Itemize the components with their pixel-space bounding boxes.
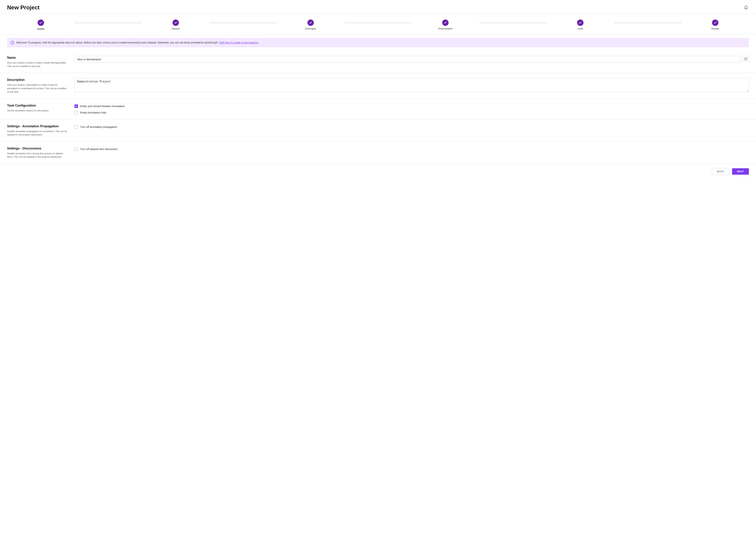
annotation-propagation-input-col: Turn off annotation propagation	[74, 124, 749, 129]
annotation-propagation-description: Disable annotation propagation for annot…	[7, 130, 67, 137]
step-connector-1	[74, 23, 142, 23]
info-icon: i	[11, 41, 14, 45]
page-title: New Project	[7, 4, 40, 11]
step-details-label: Details	[37, 27, 44, 30]
task-option-entity-relation[interactable]: Entity and Closed Relation Annotation	[74, 104, 125, 108]
back-button[interactable]: BACK	[712, 168, 729, 175]
step-invite-label: Invite	[578, 27, 583, 30]
task-option-entity-relation-label: Entity and Closed Relation Annotation	[80, 105, 125, 108]
step-preannotation-label: Preannotation	[438, 27, 453, 30]
random-name-icon[interactable]: ⚄	[743, 56, 749, 62]
discussions-label: Turn off dataset item discussion	[80, 148, 118, 151]
step-preannotation-circle[interactable]	[442, 20, 449, 26]
name-label-col: Name Give your project a name to make it…	[7, 56, 67, 68]
annotation-propagation-checkbox-group: Turn off annotation propagation	[74, 124, 117, 129]
description-input[interactable]	[74, 78, 749, 92]
task-config-title: Task Configuration	[7, 104, 67, 107]
discussions-checkbox-group: Turn off dataset item discussion	[74, 147, 118, 151]
step-review-circle[interactable]	[712, 20, 718, 26]
name-section: Name Give your project a name to make it…	[0, 51, 756, 73]
description-title: Description	[7, 78, 67, 82]
step-ontologies-label: Ontologies	[305, 27, 316, 30]
discussions-section: Settings - Discussions Disable annotator…	[0, 142, 756, 164]
discussions-title: Settings - Discussions	[7, 147, 67, 150]
step-connector-5	[614, 23, 681, 23]
next-button[interactable]: NEXT	[732, 168, 749, 175]
create-resource-link[interactable]: Click here to create a new resource.	[219, 41, 259, 44]
annotation-propagation-label-col: Settings - Annotation Propagation Disabl…	[7, 124, 67, 137]
annotation-propagation-checkbox[interactable]	[74, 125, 78, 129]
task-option-entity-only[interactable]: Entity Annotation Only	[74, 111, 125, 114]
step-invite[interactable]: Invite	[547, 20, 614, 30]
discussions-label-col: Settings - Discussions Disable annotator…	[7, 147, 67, 159]
task-config-checkbox-group: Entity and Closed Relation Annotation En…	[74, 104, 125, 114]
step-details-circle[interactable]	[38, 20, 44, 26]
task-option-entity-only-checkbox[interactable]	[74, 111, 78, 114]
annotation-propagation-title: Settings - Annotation Propagation	[7, 124, 67, 128]
step-review[interactable]: Review	[682, 20, 749, 30]
discussions-checkbox[interactable]	[74, 147, 78, 151]
step-dataset-label: Dataset	[172, 27, 180, 30]
discussions-input-col: Turn off dataset item discussion	[74, 147, 749, 151]
annotation-propagation-section: Settings - Annotation Propagation Disabl…	[0, 120, 756, 142]
name-title: Name	[7, 56, 67, 60]
step-review-label: Review	[711, 27, 719, 30]
task-config-label-col: Task Configuration Set the annotation ta…	[7, 104, 67, 112]
step-details[interactable]: Details	[7, 20, 74, 30]
description-label-col: Description Give your project a descript…	[7, 78, 67, 94]
description-input-col	[74, 78, 749, 92]
step-ontologies-circle[interactable]	[307, 20, 314, 26]
description-description: Give your project a description to make …	[7, 83, 67, 94]
task-config-section: Task Configuration Set the annotation ta…	[0, 99, 756, 120]
step-connector-4	[479, 23, 547, 23]
annotation-propagation-option[interactable]: Turn off annotation propagation	[74, 125, 117, 129]
notifications-icon[interactable]	[743, 5, 749, 10]
footer: BACK NEXT	[0, 164, 756, 179]
info-text: Welcome! To progress, click the appropri…	[16, 41, 259, 45]
discussions-option[interactable]: Turn off dataset item discussion	[74, 147, 118, 151]
info-banner: i Welcome! To progress, click the approp…	[7, 38, 749, 47]
step-ontologies[interactable]: Ontologies	[277, 20, 344, 30]
name-description: Give your project a name to make it easi…	[7, 61, 67, 68]
task-config-description: Set the annotation task(s) for this proj…	[7, 109, 67, 112]
step-connector-2	[209, 23, 277, 23]
task-option-entity-only-label: Entity Annotation Only	[80, 111, 106, 114]
step-preannotation[interactable]: Preannotation	[412, 20, 479, 30]
step-dataset-circle[interactable]	[173, 20, 179, 26]
step-invite-circle[interactable]	[577, 20, 583, 26]
step-connector-3	[344, 23, 412, 23]
task-config-input-col: Entity and Closed Relation Annotation En…	[74, 104, 749, 114]
description-section: Description Give your project a descript…	[0, 73, 756, 99]
task-option-entity-relation-checkbox[interactable]	[74, 104, 78, 108]
page-header: New Project	[0, 0, 756, 14]
annotation-propagation-label: Turn off annotation propagation	[80, 125, 117, 128]
name-input[interactable]	[74, 56, 740, 63]
stepper: Details Dataset Ontologies Preannotation	[0, 14, 756, 34]
name-input-col: ⚄	[74, 56, 749, 63]
step-dataset[interactable]: Dataset	[142, 20, 209, 30]
discussions-description: Disable annotators from having discussio…	[7, 152, 67, 159]
